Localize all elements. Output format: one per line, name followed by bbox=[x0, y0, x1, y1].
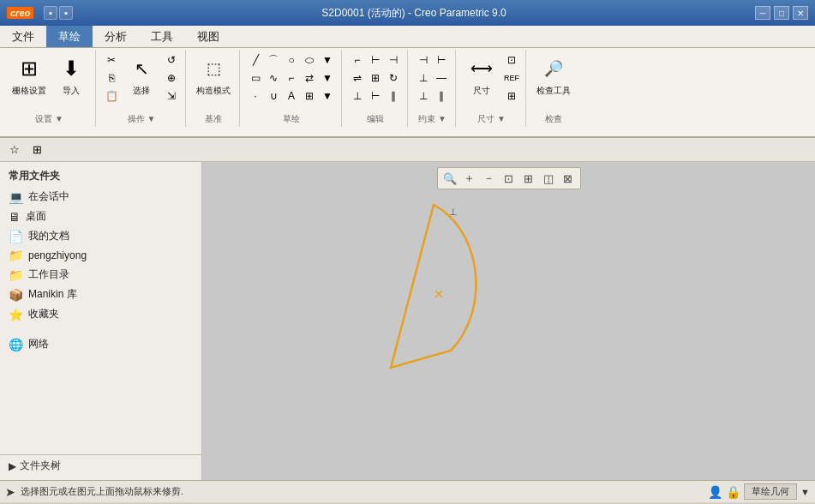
quick-access-toolbar: ☆ ⊞ bbox=[0, 138, 815, 162]
minimize-button[interactable]: ─ bbox=[755, 6, 770, 20]
zoom-in-icon[interactable]: ＋ bbox=[460, 169, 479, 188]
sidebar-item-manikin[interactable]: 📦 Manikin 库 bbox=[0, 285, 201, 304]
dimension-icon: ⟷ bbox=[466, 53, 497, 84]
sidebar-item-workdir[interactable]: 📁 工作目录 bbox=[0, 265, 201, 285]
menu-tools[interactable]: 工具 bbox=[139, 26, 185, 47]
point-icon[interactable]: · bbox=[247, 87, 264, 105]
constrain1-icon[interactable]: ⊣ bbox=[415, 51, 432, 69]
sketch-row-3: · ∪ A ⊞ ▼ bbox=[247, 87, 336, 105]
more2-icon[interactable]: ▼ bbox=[319, 69, 336, 87]
folder-tree-item[interactable]: ▶ 文件夹树 bbox=[0, 455, 201, 477]
line-icon[interactable]: ╱ bbox=[247, 51, 264, 69]
select-button[interactable]: ↖ 选择 bbox=[123, 51, 160, 98]
grid-settings-button[interactable]: ⊞ 栅格设置 bbox=[9, 51, 50, 98]
sidebar-item-network[interactable]: 🌐 网络 bbox=[0, 334, 201, 354]
tools-col-2: ↺ ⊕ ⇲ bbox=[163, 51, 180, 105]
menu-analysis[interactable]: 分析 bbox=[93, 26, 139, 47]
inspect-group-label: 检查 bbox=[533, 113, 574, 127]
circle-icon[interactable]: ○ bbox=[283, 51, 300, 69]
sidebar-item-pengzhiyong[interactable]: 📁 pengzhiyong bbox=[0, 246, 201, 265]
corner-icon[interactable]: ⌐ bbox=[349, 51, 366, 69]
constrain-row-1: ⊣ ⊢ bbox=[415, 51, 450, 69]
text-icon[interactable]: A bbox=[283, 87, 300, 105]
import-button[interactable]: ⬇ 导入 bbox=[52, 51, 90, 98]
folder-tree-label: 文件夹树 bbox=[20, 459, 61, 473]
qa-star-button[interactable]: ☆ bbox=[5, 141, 24, 159]
dim-modify-icon[interactable]: ⊡ bbox=[503, 51, 520, 69]
dim-ref-icon[interactable]: REF bbox=[503, 69, 520, 87]
edit5-icon[interactable]: ∥ bbox=[385, 87, 402, 105]
status-message: 选择图元或在图元上面拖动鼠标来修剪. bbox=[21, 485, 183, 498]
sidebar-item-session[interactable]: 💻 在会话中 bbox=[0, 187, 201, 207]
construct-mode-label: 构造模式 bbox=[196, 86, 231, 96]
grid-settings-label: 栅格设置 bbox=[12, 86, 46, 96]
menu-file[interactable]: 文件 bbox=[0, 26, 46, 47]
zoom-toolbar: 🔍 ＋ － ⊡ ⊞ ◫ ⊠ bbox=[437, 167, 581, 189]
construct-mode-button[interactable]: ⬚ 构造模式 bbox=[193, 51, 234, 98]
dimension-label: 尺寸 bbox=[473, 86, 490, 96]
zoom-out-icon[interactable]: － bbox=[480, 169, 499, 188]
sidebar: 常用文件夹 💻 在会话中 🖥 桌面 📄 我的文档 📁 pengzhiyong 📁… bbox=[0, 162, 202, 480]
tab-btn-1[interactable]: ▪ bbox=[44, 6, 57, 20]
qa-grid-button[interactable]: ⊞ bbox=[27, 141, 46, 159]
tab-btn-2[interactable]: ▪ bbox=[59, 6, 73, 20]
dim-extra-icon[interactable]: ⊞ bbox=[503, 87, 520, 105]
edit4-icon[interactable]: ⊢ bbox=[367, 87, 384, 105]
zoom-reset-icon[interactable]: ⊞ bbox=[519, 169, 538, 188]
zoom-box-icon[interactable]: ⊡ bbox=[500, 169, 518, 188]
offset-icon[interactable]: ⇄ bbox=[301, 69, 318, 87]
menu-sketch[interactable]: 草绘 bbox=[46, 26, 93, 47]
dimension-group-label: 尺寸 ▼ bbox=[463, 113, 520, 127]
fillet-icon[interactable]: ⌐ bbox=[283, 69, 300, 87]
status-mode: 草绘几何 bbox=[744, 483, 797, 500]
copy-icon[interactable]: ⎘ bbox=[103, 69, 120, 87]
menu-view[interactable]: 视图 bbox=[185, 26, 231, 47]
move-icon[interactable]: ⊕ bbox=[163, 69, 180, 87]
ellipse-icon[interactable]: ⬭ bbox=[301, 51, 318, 69]
constrain5-icon[interactable]: ⊥ bbox=[415, 87, 432, 105]
window-controls: ─ □ ✕ bbox=[755, 6, 808, 20]
rotate2-icon[interactable]: ↻ bbox=[385, 69, 402, 87]
constrain2-icon[interactable]: ⊢ bbox=[433, 51, 450, 69]
pattern-icon[interactable]: ⊞ bbox=[367, 69, 384, 87]
sidebar-item-favorites[interactable]: ⭐ 收藏夹 bbox=[0, 304, 201, 324]
spline-icon[interactable]: ∿ bbox=[265, 69, 282, 87]
more3-icon[interactable]: ▼ bbox=[319, 87, 336, 105]
paste-icon[interactable]: 📋 bbox=[103, 87, 120, 105]
status-dropdown-icon[interactable]: ▼ bbox=[800, 487, 810, 497]
scissors-icon[interactable]: ✂ bbox=[103, 51, 120, 69]
coord-icon[interactable]: ⊞ bbox=[301, 87, 318, 105]
inspect-tool-button[interactable]: 🔎 检查工具 bbox=[533, 51, 574, 98]
sidebar-item-desktop[interactable]: 🖥 桌面 bbox=[0, 207, 201, 226]
constrain6-icon[interactable]: ∥ bbox=[433, 87, 450, 105]
sidebar-item-label-workdir: 工作目录 bbox=[28, 267, 69, 282]
canvas-area[interactable]: 🔍 ＋ － ⊡ ⊞ ◫ ⊠ ⊥ bbox=[202, 162, 815, 480]
close-button[interactable]: ✕ bbox=[793, 6, 808, 20]
constrain4-icon[interactable]: — bbox=[433, 69, 450, 87]
constrain-group-label: 约束 ▼ bbox=[415, 113, 450, 127]
favorites-icon: ⭐ bbox=[9, 308, 23, 321]
zoom-extra-icon[interactable]: ⊠ bbox=[559, 169, 578, 188]
dimension-button[interactable]: ⟷ 尺寸 bbox=[463, 51, 500, 98]
curve-icon[interactable]: ∪ bbox=[265, 87, 282, 105]
zoom-pan-icon[interactable]: ◫ bbox=[539, 169, 558, 188]
trim-icon[interactable]: ⊣ bbox=[385, 51, 402, 69]
documents-icon: 📄 bbox=[9, 230, 23, 243]
divide-icon[interactable]: ⊢ bbox=[367, 51, 384, 69]
rotate-icon[interactable]: ↺ bbox=[163, 51, 180, 69]
pengzhiyong-icon: 📁 bbox=[9, 249, 23, 262]
restore-button[interactable]: □ bbox=[774, 6, 789, 20]
zoom-fit-icon[interactable]: 🔍 bbox=[440, 169, 459, 188]
arc-icon[interactable]: ⌒ bbox=[265, 51, 282, 69]
tools-col-1: ✂ ⎘ 📋 bbox=[103, 51, 120, 105]
network-icon: 🌐 bbox=[9, 338, 23, 351]
select-icon: ↖ bbox=[126, 53, 157, 84]
more-icon[interactable]: ▼ bbox=[319, 51, 336, 69]
constrain3-icon[interactable]: ⊥ bbox=[415, 69, 432, 87]
rect-icon[interactable]: ▭ bbox=[247, 69, 264, 87]
sidebar-item-label-pengzhiyong: pengzhiyong bbox=[28, 249, 87, 261]
edit3-icon[interactable]: ⊥ bbox=[349, 87, 366, 105]
mirror-icon[interactable]: ⇌ bbox=[349, 69, 366, 87]
sidebar-item-documents[interactable]: 📄 我的文档 bbox=[0, 226, 201, 246]
scale-icon[interactable]: ⇲ bbox=[163, 87, 180, 105]
